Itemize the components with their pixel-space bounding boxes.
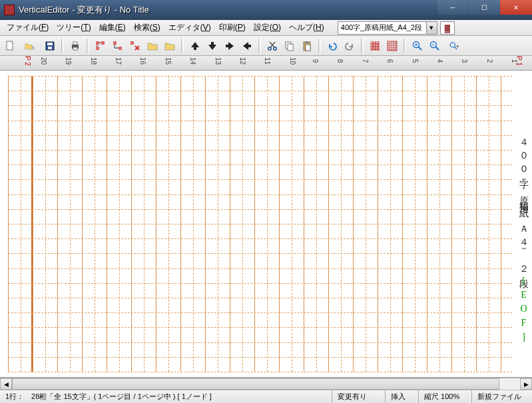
zoom-out-button[interactable] — [427, 39, 442, 53]
menu-file[interactable]: ファイル(F) — [3, 21, 53, 35]
editor-area[interactable]: ４００字－原稿用紙－Ａ４－２段[EOF] — [0, 71, 532, 378]
style-delete-button[interactable]: ▓ — [440, 21, 455, 35]
folder1-button[interactable] — [145, 39, 160, 53]
svg-line-22 — [270, 42, 274, 47]
svg-rect-12 — [113, 41, 117, 45]
arrow-right-button[interactable] — [222, 39, 237, 53]
svg-line-38 — [455, 47, 457, 49]
ruler-tick: 3 — [461, 59, 469, 63]
svg-rect-26 — [305, 41, 309, 43]
content-column-1: ４００字－原稿用紙－Ａ４－２段[EOF] — [517, 132, 529, 346]
maximize-button[interactable]: ☐ — [469, 0, 499, 15]
svg-rect-27 — [306, 45, 310, 51]
manuscript-paper — [8, 76, 512, 372]
window-buttons: ─ ☐ ✕ — [437, 0, 532, 20]
minimize-button[interactable]: ─ — [437, 0, 468, 15]
ruler-tick: 15 — [164, 57, 172, 65]
print-button[interactable] — [68, 39, 83, 53]
ruler-tick: 12 — [239, 57, 246, 65]
arrow-down-button[interactable] — [205, 39, 220, 53]
scroll-track[interactable] — [12, 378, 520, 390]
status-zoom: 縮尺 100% — [419, 390, 472, 403]
menu-search[interactable]: 検索(S) — [130, 21, 164, 35]
svg-rect-24 — [288, 44, 293, 51]
ruler: P 2 P 1 2019181716151413121110987654321 — [0, 56, 532, 71]
svg-line-35 — [436, 47, 439, 50]
status-changed: 変更有り — [332, 390, 386, 403]
ruler-tick: 8 — [337, 59, 344, 63]
ruler-tick: 19 — [65, 57, 72, 65]
ruler-tick: 4 — [436, 59, 443, 63]
ruler-tick: 5 — [411, 59, 419, 63]
app-icon — [4, 5, 15, 15]
tree-cut-button[interactable] — [128, 39, 142, 53]
svg-rect-6 — [73, 47, 77, 50]
document-style-value: 400字_原稿用紙_A4_2段 — [338, 23, 426, 33]
x-icon: ▓ — [445, 24, 450, 32]
menu-print[interactable]: 印刷(P) — [215, 21, 250, 35]
ruler-tick: 14 — [189, 57, 196, 65]
ruler-tick: 13 — [214, 57, 222, 65]
status-bar: 1行： 28桁「全 15文字」( 1ページ目 / 1ページ中 ) [ 1ノード … — [0, 390, 532, 403]
undo-button[interactable] — [325, 39, 340, 53]
scroll-left-button[interactable]: ◀ — [0, 378, 12, 390]
grid1-button[interactable] — [368, 39, 382, 53]
cut-button[interactable] — [265, 39, 280, 53]
svg-line-31 — [419, 47, 422, 50]
arrow-left-button[interactable] — [240, 39, 254, 53]
save-file-button[interactable] — [43, 39, 57, 53]
ruler-tick: 7 — [362, 59, 369, 63]
eof-marker: [EOF] — [519, 276, 529, 346]
ruler-tick: 9 — [312, 59, 319, 63]
ruler-tick: 2 — [486, 59, 493, 63]
zoom-reset-button[interactable] — [445, 39, 465, 53]
svg-rect-3 — [48, 47, 52, 49]
svg-rect-5 — [73, 42, 77, 45]
scroll-right-button[interactable]: ▶ — [520, 378, 532, 390]
svg-rect-8 — [101, 41, 105, 45]
ruler-tick: 1 — [511, 59, 518, 63]
paste-button[interactable] — [300, 39, 314, 53]
title-bar: VerticalEditor - 変更有り - No Title ─ ☐ ✕ — [0, 0, 532, 20]
ruler-tick: 11 — [264, 57, 271, 65]
ruler-page-left: P 2 — [24, 56, 31, 66]
status-position: 1行： 28桁「全 15文字」( 1ページ目 / 1ページ中 ) [ 1ノード … — [0, 390, 332, 403]
zoom-in-button[interactable] — [410, 39, 425, 53]
copy-button[interactable] — [282, 39, 297, 53]
open-file-button[interactable] — [20, 39, 40, 53]
folder2-button[interactable] — [162, 39, 177, 53]
menu-settings[interactable]: 設定(O) — [250, 21, 285, 35]
menu-help[interactable]: ヘルプ(H) — [285, 21, 328, 35]
menu-bar: ファイル(F) ツリー(T) 編集(E) 検索(S) エディタ(V) 印刷(P)… — [0, 20, 532, 36]
scroll-thumb[interactable] — [12, 378, 499, 390]
svg-rect-2 — [47, 43, 53, 45]
svg-rect-7 — [96, 41, 99, 45]
menu-editor[interactable]: エディタ(V) — [164, 21, 215, 35]
ruler-tick: 17 — [115, 57, 122, 65]
horizontal-scrollbar[interactable]: ◀ ▶ — [0, 378, 532, 390]
tree-node2-button[interactable] — [111, 39, 125, 53]
close-button[interactable]: ✕ — [500, 0, 532, 15]
ruler-tick: 16 — [140, 57, 147, 65]
new-file-button[interactable] — [3, 39, 17, 53]
menu-tree[interactable]: ツリー(T) — [53, 21, 95, 35]
status-filename: 新規ファイル — [472, 390, 532, 403]
tree-node1-button[interactable] — [93, 39, 108, 53]
svg-line-21 — [270, 42, 275, 47]
menu-edit[interactable]: 編集(E) — [95, 21, 130, 35]
ruler-tick: 10 — [289, 57, 296, 65]
arrow-up-button[interactable] — [188, 39, 202, 53]
svg-rect-9 — [96, 47, 99, 50]
grid2-button[interactable] — [385, 39, 399, 53]
svg-rect-16 — [131, 41, 134, 45]
window-title: VerticalEditor - 変更有り - No Title — [19, 4, 437, 16]
document-style-combo[interactable]: 400字_原稿用紙_A4_2段 ▾ — [338, 21, 437, 35]
content-text: ４００字－原稿用紙－Ａ４－２段 — [519, 132, 529, 276]
ruler-tick: 6 — [386, 59, 394, 63]
status-insert-mode: 挿入 — [386, 390, 419, 403]
redo-button[interactable] — [342, 39, 357, 53]
svg-point-37 — [450, 42, 455, 47]
chevron-down-icon[interactable]: ▾ — [426, 22, 437, 34]
ruler-tick: 20 — [40, 57, 47, 65]
svg-rect-13 — [119, 47, 122, 50]
